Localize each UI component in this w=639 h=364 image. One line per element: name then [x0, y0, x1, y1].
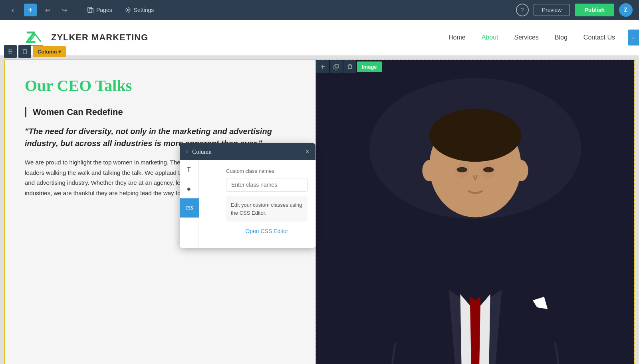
panel-body: T ● CSS Custom class names Edit your cus… — [180, 160, 316, 248]
svg-rect-17 — [348, 65, 351, 69]
help-button[interactable]: ? — [516, 4, 529, 16]
settings-icon — [125, 7, 131, 13]
panel-header: ‹ Column × — [180, 143, 316, 160]
svg-rect-16 — [335, 64, 338, 68]
nav-blog[interactable]: Blog — [555, 34, 568, 41]
svg-point-30 — [514, 160, 528, 181]
back-button[interactable]: ‹ — [6, 4, 19, 16]
svg-point-29 — [422, 160, 436, 181]
panel-content: Custom class names Edit your custom clas… — [218, 160, 316, 248]
column-settings-button[interactable] — [4, 45, 17, 58]
svg-point-2 — [127, 9, 129, 11]
sidebar-toggle[interactable]: « — [628, 30, 639, 46]
column-panel: ‹ Column × T ● CSS Custom class names Ed… — [180, 143, 316, 248]
tab-style[interactable]: ● — [180, 179, 199, 198]
tab-typography[interactable]: T — [180, 160, 199, 179]
image-label-button[interactable]: Image — [357, 61, 382, 72]
panel-hint: Edit your custom classes using the CSS E… — [226, 196, 308, 222]
redo-button[interactable]: ↪ — [58, 4, 70, 16]
image-placeholder — [316, 60, 634, 364]
main-toolbar: ‹ + ↩ ↪ Pages Settings ? Preview Publish… — [0, 0, 639, 20]
svg-point-11 — [10, 53, 11, 54]
nav-home[interactable]: Home — [448, 34, 466, 41]
add-icon — [320, 64, 325, 69]
panel-header-left: ‹ Column — [186, 148, 212, 155]
svg-point-27 — [457, 167, 468, 172]
svg-text:Z: Z — [26, 28, 36, 47]
image-delete-button[interactable] — [343, 60, 356, 73]
add-button[interactable]: + — [24, 4, 37, 16]
svg-point-28 — [483, 167, 494, 172]
panel-tabs: T ● CSS — [180, 160, 199, 248]
panel-back-button[interactable]: ‹ — [186, 148, 188, 155]
image-toolbar: Image — [316, 60, 382, 73]
svg-rect-0 — [88, 7, 92, 12]
class-names-input[interactable] — [226, 178, 308, 192]
svg-point-10 — [11, 51, 12, 52]
right-column: Image — [316, 59, 635, 364]
settings-button[interactable]: Settings — [121, 4, 158, 16]
logo-text: ZYLKER MARKETING — [51, 32, 148, 43]
site-nav: Home About Services Blog Contact Us — [448, 34, 615, 41]
nav-contact[interactable]: Contact Us — [583, 34, 615, 41]
undo-button[interactable]: ↩ — [42, 4, 54, 16]
svg-point-21 — [429, 109, 521, 162]
copy-icon — [333, 64, 339, 69]
svg-point-9 — [9, 49, 10, 51]
nav-about[interactable]: About — [482, 34, 498, 41]
avatar[interactable]: Z — [619, 3, 633, 17]
image-copy-button[interactable] — [330, 60, 343, 73]
nav-services[interactable]: Services — [514, 34, 538, 41]
tab-css[interactable]: CSS — [180, 198, 199, 218]
man-illustration — [316, 60, 634, 364]
quote-block: Women Can Redefine — [25, 107, 295, 117]
column-label-button[interactable]: Column ▾ — [33, 46, 66, 57]
publish-button[interactable]: Publish — [575, 4, 614, 16]
content-area: Column ▾ Our CEO Talks Women Can Redefin… — [0, 55, 639, 364]
toolbar-divider — [77, 5, 77, 15]
open-css-editor-button[interactable]: Open CSS Editor — [226, 228, 308, 234]
delete-icon — [22, 48, 28, 55]
column-toolbar: Column ▾ — [4, 45, 66, 58]
column-delete-button[interactable] — [18, 45, 31, 58]
pages-button[interactable]: Pages — [83, 4, 116, 16]
preview-button[interactable]: Preview — [534, 4, 570, 16]
site-header: Z ZYLKER MARKETING Home About Services B… — [0, 20, 639, 55]
panel-close-button[interactable]: × — [306, 148, 309, 155]
sliders-icon — [7, 48, 14, 55]
pages-icon — [87, 7, 94, 13]
quote-heading: Women Can Redefine — [33, 107, 123, 117]
panel-section-title: Custom class names — [226, 168, 308, 174]
svg-rect-12 — [23, 50, 26, 54]
trash-icon — [347, 64, 352, 69]
panel-title: Column — [192, 148, 211, 155]
content-title: Our CEO Talks — [25, 76, 295, 95]
image-add-button[interactable] — [316, 60, 329, 73]
